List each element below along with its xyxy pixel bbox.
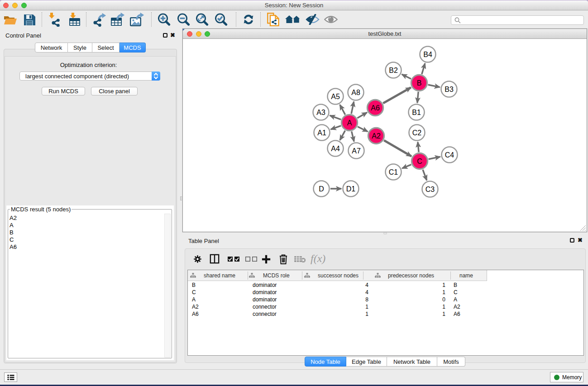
svg-text:A: A: [347, 119, 352, 127]
svg-text:C1: C1: [389, 168, 398, 176]
svg-text:B4: B4: [423, 51, 432, 58]
svg-text:A6: A6: [371, 104, 380, 112]
svg-text:C3: C3: [425, 186, 435, 193]
svg-text:A2: A2: [372, 132, 381, 140]
svg-text:C: C: [417, 157, 422, 165]
svg-text:B1: B1: [412, 109, 421, 116]
svg-text:D1: D1: [346, 185, 356, 193]
svg-text:A4: A4: [331, 145, 340, 152]
svg-text:A3: A3: [316, 109, 325, 116]
svg-text:A8: A8: [351, 89, 360, 96]
svg-text:B: B: [417, 79, 422, 87]
svg-text:B3: B3: [445, 86, 454, 93]
svg-text:B2: B2: [389, 67, 398, 74]
svg-text:C4: C4: [445, 151, 454, 159]
svg-text:A5: A5: [331, 93, 340, 100]
svg-text:A1: A1: [317, 129, 326, 137]
svg-text:A7: A7: [352, 147, 361, 155]
svg-text:D: D: [319, 185, 324, 193]
svg-text:C2: C2: [412, 129, 422, 137]
